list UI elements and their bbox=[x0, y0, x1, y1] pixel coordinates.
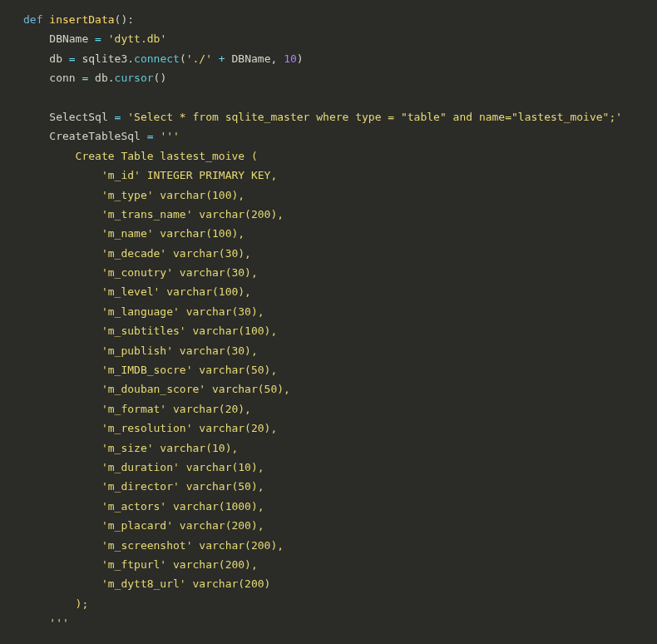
sql-line-23: 'm_dytt8_url' varchar(200) bbox=[23, 577, 270, 590]
op-plus: + bbox=[219, 52, 225, 65]
func-name: insertData bbox=[49, 13, 114, 26]
keyword-def: def bbox=[23, 13, 42, 26]
op-eq: = bbox=[69, 52, 76, 65]
sql-line-1: Create Table lastest_moive ( bbox=[23, 150, 258, 162]
sql-close: ''' bbox=[23, 617, 69, 629]
line-def: def insertData(): bbox=[23, 13, 134, 26]
line-dbname: DBName = 'dytt.db' bbox=[23, 32, 166, 45]
sql-line-24: ); bbox=[23, 597, 88, 610]
ident-createtablesql: CreateTableSql bbox=[49, 130, 141, 142]
dot: . bbox=[127, 52, 134, 65]
colon: : bbox=[127, 13, 134, 26]
sql-line-4: 'm_trans_name' varchar(200), bbox=[23, 208, 284, 220]
ident-db: db bbox=[49, 52, 62, 65]
sql-line-15: 'm_resolution' varchar(20), bbox=[23, 422, 277, 434]
str-selectsql: 'Select * from sqlite_master where type … bbox=[127, 111, 622, 123]
ident-dbname: DBName bbox=[49, 32, 88, 45]
ident-conn: conn bbox=[49, 72, 75, 84]
sql-line-7: 'm_conutry' varchar(30), bbox=[23, 266, 258, 279]
op-eq: = bbox=[95, 32, 101, 45]
ident-dbname-ref: DBName bbox=[232, 52, 271, 65]
sql-line-5: 'm_name' varchar(100), bbox=[23, 227, 245, 240]
ident-sqlite3: sqlite3 bbox=[82, 52, 127, 65]
op-eq: = bbox=[82, 72, 88, 84]
sql-line-19: 'm_actors' varchar(1000), bbox=[23, 500, 264, 513]
ident-dbref: db bbox=[95, 72, 108, 84]
line-createsql-open: CreateTableSql = ''' bbox=[23, 130, 180, 142]
sql-line-2: 'm_id' INTEGER PRIMARY KEY, bbox=[23, 169, 277, 181]
str-triple-open: ''' bbox=[160, 130, 179, 142]
comma: , bbox=[270, 52, 277, 65]
num-10: 10 bbox=[284, 52, 297, 65]
sql-line-11: 'm_publish' varchar(30), bbox=[23, 344, 258, 357]
sql-line-13: 'm_douban_score' varchar(50), bbox=[23, 383, 290, 395]
str-path: './' bbox=[186, 52, 212, 65]
sql-line-16: 'm_size' varchar(10), bbox=[23, 442, 238, 454]
paren-open: ( bbox=[180, 52, 186, 65]
sql-line-22: 'm_ftpurl' varchar(200), bbox=[23, 558, 258, 571]
line-selectsql: SelectSql = 'Select * from sqlite_master… bbox=[23, 111, 622, 123]
op-eq: = bbox=[147, 130, 154, 142]
sql-line-3: 'm_type' varchar(100), bbox=[23, 189, 245, 201]
code-block: def insertData(): DBName = 'dytt.db' db … bbox=[0, 0, 657, 643]
sql-line-14: 'm_format' varchar(20), bbox=[23, 403, 251, 415]
dot: . bbox=[108, 72, 115, 84]
call-cursor: cursor bbox=[115, 72, 154, 84]
sql-line-9: 'm_language' varchar(30), bbox=[23, 305, 264, 318]
sql-line-20: 'm_placard' varchar(200), bbox=[23, 519, 264, 532]
sql-line-10: 'm_subtitles' varchar(100), bbox=[23, 324, 277, 337]
sql-line-17: 'm_duration' varchar(10), bbox=[23, 461, 264, 473]
sql-line-12: 'm_IMDB_socre' varchar(50), bbox=[23, 364, 277, 376]
line-db: db = sqlite3.connect('./' + DBName, 10) bbox=[23, 52, 304, 65]
call-connect: connect bbox=[134, 52, 180, 65]
op-eq: = bbox=[115, 111, 121, 123]
paren-close: ) bbox=[297, 52, 304, 65]
sql-line-8: 'm_level' varchar(100), bbox=[23, 285, 251, 298]
sql-line-6: 'm_decade' varchar(30), bbox=[23, 247, 251, 260]
paren-close: ) bbox=[160, 72, 166, 84]
sql-line-18: 'm_director' varchar(50), bbox=[23, 480, 264, 493]
str-dbname: 'dytt.db' bbox=[108, 32, 166, 45]
ident-selectsql: SelectSql bbox=[49, 111, 107, 123]
line-conn: conn = db.cursor() bbox=[23, 72, 166, 84]
sql-line-21: 'm_screenshot' varchar(200), bbox=[23, 539, 284, 552]
